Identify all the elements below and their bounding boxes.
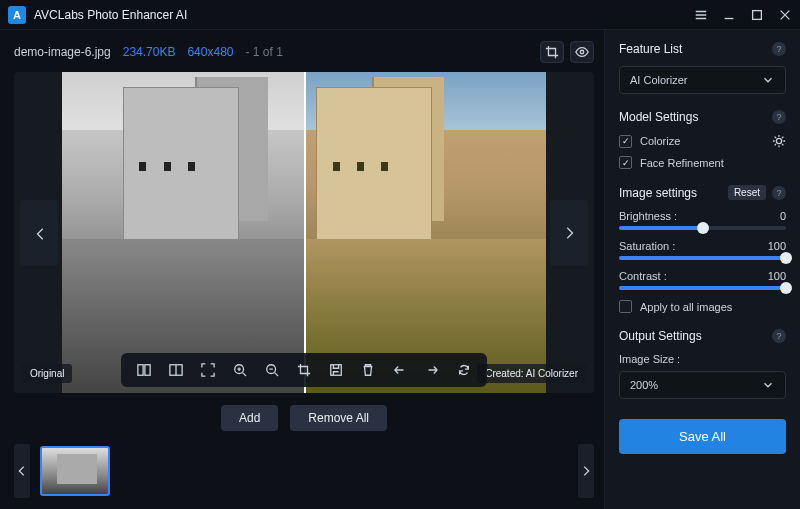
maximize-icon[interactable] [750, 8, 764, 22]
svg-rect-3 [145, 365, 150, 376]
saturation-value: 100 [768, 240, 786, 252]
thumb-next-button[interactable] [578, 444, 594, 498]
undo-icon[interactable] [391, 361, 409, 379]
contrast-slider[interactable] [619, 286, 786, 290]
comparison-image[interactable] [62, 72, 546, 393]
save-icon[interactable] [327, 361, 345, 379]
compare-split-icon[interactable] [167, 361, 185, 379]
model-help-icon[interactable]: ? [772, 110, 786, 124]
prev-image-button[interactable] [20, 200, 58, 266]
delete-icon[interactable] [359, 361, 377, 379]
main-workspace: demo-image-6.jpg 234.70KB 640x480 - 1 of… [0, 30, 604, 509]
svg-rect-7 [331, 365, 342, 376]
crop-button[interactable] [540, 41, 564, 63]
original-badge: Original [22, 364, 72, 383]
model-settings-header: Model Settings [619, 110, 698, 124]
preview-toolbar [121, 353, 487, 387]
zoom-in-icon[interactable] [231, 361, 249, 379]
file-size: 234.70KB [123, 45, 176, 59]
feature-select[interactable]: AI Colorizer [619, 66, 786, 94]
image-settings-help-icon[interactable]: ? [772, 186, 786, 200]
output-help-icon[interactable]: ? [772, 329, 786, 343]
title-bar: A AVCLabs Photo Enhancer AI [0, 0, 800, 30]
remove-all-button[interactable]: Remove All [290, 405, 387, 431]
saturation-slider[interactable] [619, 256, 786, 260]
zoom-out-icon[interactable] [263, 361, 281, 379]
image-size-value: 200% [630, 379, 658, 391]
comparison-slider-handle[interactable] [304, 72, 306, 393]
close-icon[interactable] [778, 8, 792, 22]
output-settings-header: Output Settings [619, 329, 702, 343]
svg-rect-2 [138, 365, 143, 376]
colorize-label: Colorize [640, 135, 680, 147]
face-refinement-checkbox[interactable] [619, 156, 632, 169]
thumb-prev-button[interactable] [14, 444, 30, 498]
face-refinement-label: Face Refinement [640, 157, 724, 169]
brightness-value: 0 [780, 210, 786, 222]
eye-button[interactable] [570, 41, 594, 63]
image-settings-header: Image settings [619, 186, 697, 200]
apply-all-label: Apply to all images [640, 301, 732, 313]
thumbnail-strip [14, 441, 594, 501]
file-info-bar: demo-image-6.jpg 234.70KB 640x480 - 1 of… [14, 40, 594, 64]
chevron-down-icon [761, 73, 775, 87]
minimize-icon[interactable] [722, 8, 736, 22]
saturation-label: Saturation : [619, 240, 675, 252]
fit-screen-icon[interactable] [199, 361, 217, 379]
colorize-gear-icon[interactable] [772, 134, 786, 148]
contrast-value: 100 [768, 270, 786, 282]
image-size-select[interactable]: 200% [619, 371, 786, 399]
settings-panel: Feature List ? AI Colorizer Model Settin… [604, 30, 800, 509]
thumbnail-item[interactable] [40, 446, 110, 496]
feature-select-value: AI Colorizer [630, 74, 687, 86]
preview-area: Original Created: AI Colorizer [14, 72, 594, 393]
brightness-slider[interactable] [619, 226, 786, 230]
svg-point-8 [776, 138, 781, 143]
feature-help-icon[interactable]: ? [772, 42, 786, 56]
chevron-down-icon [761, 378, 775, 392]
colorize-checkbox[interactable] [619, 135, 632, 148]
compare-side-icon[interactable] [135, 361, 153, 379]
reset-button[interactable]: Reset [728, 185, 766, 200]
next-image-button[interactable] [550, 200, 588, 266]
feature-list-header: Feature List [619, 42, 682, 56]
image-size-label: Image Size : [619, 353, 786, 365]
svg-rect-0 [753, 10, 762, 19]
app-title: AVCLabs Photo Enhancer AI [34, 8, 694, 22]
contrast-label: Contrast : [619, 270, 667, 282]
file-name: demo-image-6.jpg [14, 45, 111, 59]
refresh-icon[interactable] [455, 361, 473, 379]
menu-icon[interactable] [694, 8, 708, 22]
apply-all-checkbox[interactable] [619, 300, 632, 313]
add-button[interactable]: Add [221, 405, 278, 431]
brightness-label: Brightness : [619, 210, 677, 222]
created-badge: Created: AI Colorizer [477, 364, 586, 383]
save-all-button[interactable]: Save All [619, 419, 786, 454]
redo-icon[interactable] [423, 361, 441, 379]
file-dimensions: 640x480 [187, 45, 233, 59]
crop-icon[interactable] [295, 361, 313, 379]
file-index: - 1 of 1 [245, 45, 282, 59]
app-logo-icon: A [8, 6, 26, 24]
svg-point-1 [580, 50, 584, 54]
